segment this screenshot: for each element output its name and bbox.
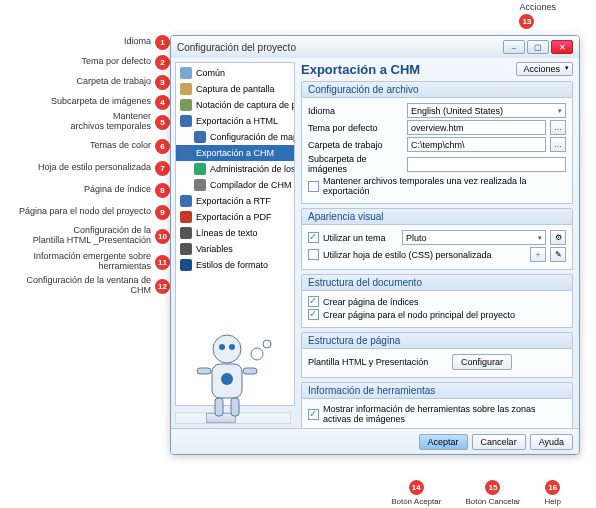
callout-10: Configuración de laPlantilla HTML _Prese…	[33, 226, 170, 246]
lang-select[interactable]: English (United States)	[407, 103, 566, 118]
callout-4: Subcarpeta de imágenes4	[51, 92, 170, 112]
workdir-browse-button[interactable]: …	[550, 137, 566, 152]
tree-item[interactable]: Exportación a PDF	[176, 209, 294, 225]
help-button[interactable]: Ayuda	[530, 434, 573, 450]
theme-select[interactable]: Pluto	[402, 230, 546, 245]
subimg-label: Subcarpeta de imágenes	[308, 154, 403, 174]
ok-button[interactable]: Aceptar	[419, 434, 468, 450]
svg-rect-8	[231, 398, 239, 416]
dialog-footer: Aceptar Cancelar Ayuda	[171, 428, 579, 454]
theme-browse-button[interactable]: …	[550, 120, 566, 135]
tree-item[interactable]: Exportación a CHM	[176, 145, 294, 161]
proj-page-checkbox[interactable]	[308, 309, 319, 320]
actions-dropdown[interactable]: Acciones	[516, 62, 573, 76]
html-tpl-label: Plantilla HTML y Presentación	[308, 357, 448, 367]
svg-point-0	[213, 335, 241, 363]
callout-1: Idioma1	[124, 32, 170, 52]
callout-5: Mantenerarchivos temporales5	[70, 112, 170, 132]
tree-item[interactable]: Administración de los Hel	[176, 161, 294, 177]
callout-7: Hoja de estilo personalizada7	[38, 158, 170, 178]
callout-12: Configuración de la ventana deCHM12	[26, 276, 170, 296]
use-css-checkbox[interactable]	[308, 249, 319, 260]
callout-8: Página de índice8	[84, 180, 170, 200]
theme-settings-button[interactable]: ⚙	[550, 230, 566, 245]
use-theme-checkbox[interactable]	[308, 232, 319, 243]
callouts-bottom: 14Botón Aceptar15Botón Cancelar16Help	[391, 480, 561, 506]
svg-point-9	[251, 348, 263, 360]
robot-illustration	[177, 324, 287, 424]
tree-item[interactable]: Común	[176, 65, 294, 81]
tree-item[interactable]: Estilos de formato	[176, 257, 294, 273]
section-pagestruct: Estructura de página	[301, 332, 573, 349]
theme-input[interactable]: overview.htm	[407, 120, 546, 135]
css-add-button[interactable]: ＋	[530, 247, 546, 262]
svg-point-10	[263, 340, 271, 348]
theme-label: Tema por defecto	[308, 123, 403, 133]
idx-page-label: Crear página de índices	[323, 297, 419, 307]
workdir-input[interactable]: C:\temp\chm\	[407, 137, 546, 152]
section-toolinfo: Información de herramientas	[301, 382, 573, 399]
callout-16: 16Help	[545, 480, 561, 506]
callout-14: 14Botón Aceptar	[391, 480, 441, 506]
callout-6: Temas de color6	[90, 136, 170, 156]
callout-11: Información emergente sobre herramientas…	[11, 252, 170, 272]
section-visual: Apariencia visual	[301, 208, 573, 225]
use-theme-label: Utilizar un tema	[323, 233, 398, 243]
lang-label: Idioma	[308, 106, 403, 116]
svg-rect-5	[197, 368, 211, 374]
toolinfo-label: Mostrar información de herramientas sobr…	[323, 404, 566, 424]
svg-point-4	[221, 373, 233, 385]
configure-button[interactable]: Configurar	[452, 354, 512, 370]
section-file-config: Configuración de archivo	[301, 81, 573, 98]
tree-item[interactable]: Configuración de mapa y	[176, 129, 294, 145]
tree-item[interactable]: Notación de captura de pantal	[176, 97, 294, 113]
keeptemp-checkbox[interactable]	[308, 181, 319, 192]
proj-page-label: Crear página para el nodo principal del …	[323, 310, 515, 320]
callout-9: Página para el nodo del proyecto9	[19, 202, 170, 222]
cancel-button[interactable]: Cancelar	[472, 434, 526, 450]
maximize-button[interactable]: ▢	[527, 40, 549, 54]
svg-point-2	[229, 344, 235, 350]
use-css-label: Utilizar hoja de estilo (CSS) personaliz…	[323, 250, 526, 260]
tree-item[interactable]: Líneas de texto	[176, 225, 294, 241]
subimg-input[interactable]	[407, 157, 566, 172]
content-panel: Acciones Exportación a CHM Configuración…	[295, 58, 579, 428]
idx-page-checkbox[interactable]	[308, 296, 319, 307]
tree-item[interactable]: Variables	[176, 241, 294, 257]
callout-15: 15Botón Cancelar	[465, 480, 520, 506]
section-docstruct: Estructura del documento	[301, 274, 573, 291]
tree-panel: ComúnCaptura de pantallaNotación de capt…	[171, 58, 295, 428]
keeptemp-label: Mantener archivos temporales una vez rea…	[323, 176, 566, 196]
callout-bubble: 13	[519, 14, 534, 29]
svg-rect-6	[243, 368, 257, 374]
titlebar[interactable]: Configuración del proyecto – ▢ ✕	[171, 36, 579, 58]
callout-3: Carpeta de trabajo3	[76, 72, 170, 92]
callout-2: Tema por defecto2	[81, 52, 170, 72]
tree-item[interactable]: Captura de pantalla	[176, 81, 294, 97]
tree-item[interactable]: Compilador de CHM	[176, 177, 294, 193]
svg-rect-7	[215, 398, 223, 416]
minimize-button[interactable]: –	[503, 40, 525, 54]
workdir-label: Carpeta de trabajo	[308, 140, 403, 150]
svg-point-1	[219, 344, 225, 350]
toolinfo-checkbox[interactable]	[308, 409, 319, 420]
project-config-window: Configuración del proyecto – ▢ ✕ ComúnCa…	[170, 35, 580, 455]
callout-label: Acciones	[519, 2, 556, 12]
close-button[interactable]: ✕	[551, 40, 573, 54]
callout-top: Acciones 13	[519, 2, 556, 29]
tree-item[interactable]: Exportación a RTF	[176, 193, 294, 209]
css-edit-button[interactable]: ✎	[550, 247, 566, 262]
window-title: Configuración del proyecto	[177, 42, 296, 53]
tree-item[interactable]: Exportación a HTML	[176, 113, 294, 129]
